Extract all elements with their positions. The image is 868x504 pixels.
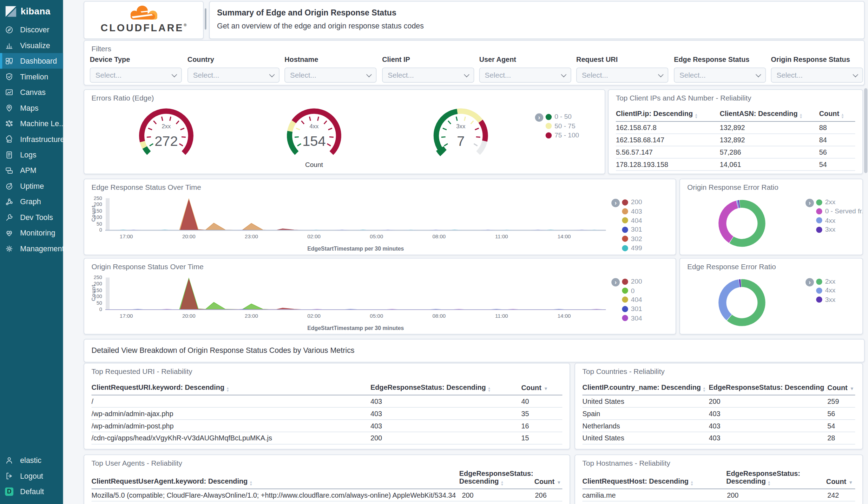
select-placeholder: Select... [485,71,511,79]
sidebar-item-machine-le[interactable]: Machine Le... [0,116,63,131]
donut-slice-2xx[interactable] [731,204,761,243]
table-cell: 5.56.57.147 [616,146,720,158]
column-header-count[interactable]: Count▼ [534,478,563,486]
sidebar-item-dashboard[interactable]: Dashboard [0,53,63,69]
filter-select-request-uri[interactable]: Select... [576,67,668,83]
filter-select-country[interactable]: Select... [188,67,280,83]
legend-expand-icon[interactable]: › [805,278,814,286]
column-header-edgeresponsestatus-descending[interactable]: EdgeResponseStatus: Descending▲▼ [459,470,534,486]
column-header-clientasn-descending[interactable]: ClientASN: Descending▲▼ [720,110,819,118]
default-space-badge: D [5,487,13,496]
donut-slice-0-served-fr[interactable] [722,205,737,240]
sidebar-footer-elastic[interactable]: elastic [0,452,63,468]
origin-time-legend: ›2000404301304 [611,277,642,323]
table-cell: 40 [521,395,562,407]
sidebar-item-label: Canvas [20,88,46,96]
column-header-edgeresponsestatus-descending[interactable]: EdgeResponseStatus: Descending▲▼ [370,383,521,392]
legend-item-2xx[interactable]: 2xx [816,277,835,286]
column-header-count[interactable]: Count▼ [826,478,855,486]
filter-select-client-ip[interactable]: Select... [382,67,474,83]
legend-item-304[interactable]: 304 [622,314,642,323]
filter-select-device-type[interactable]: Select... [90,67,182,83]
column-header-clientip-country-name-descending[interactable]: ClientIP.country_name: Descending▲▼ [583,383,709,392]
sidebar-item-management[interactable]: Management [0,241,63,256]
legend-item-0[interactable]: 0 [622,286,642,295]
column-header-edgeresponsestatus-descending[interactable]: EdgeResponseStatus: Descending▲▼ [726,470,826,486]
sidebar-footer-default[interactable]: DDefault [0,484,63,499]
sidebar-item-dev-tools[interactable]: Dev Tools [0,209,63,225]
panel-divider[interactable] [205,8,206,30]
dashboard-title: Summary of Edge and Origin Response Stat… [217,8,864,17]
legend-item-301[interactable]: 301 [622,225,642,234]
legend-item-403[interactable]: 403 [622,207,642,216]
column-header-clientrequesthost-descending[interactable]: ClientRequestHost: Descending▲▼ [583,477,726,486]
sidebar-item-canvas[interactable]: Canvas [0,84,63,100]
filter-select-edge-response-status[interactable]: Select... [674,67,766,83]
sidebar-item-timelion[interactable]: Timelion [0,69,63,84]
sidebar-item-apm[interactable]: APM [0,162,63,178]
sidebar-item-visualize[interactable]: Visualize [0,37,63,53]
scrollbar-thumb[interactable] [864,88,868,173]
legend-item-3xx[interactable]: 3xx [816,225,863,234]
series-200 [105,279,606,309]
edge-error-ratio-donut [709,272,776,334]
legend-expand-icon[interactable]: › [805,199,814,207]
filter-select-origin-response-status[interactable]: Select... [771,67,863,83]
sidebar-footer-logout[interactable]: Logout [0,468,63,483]
legend-item-301[interactable]: 301 [622,304,642,314]
legend-expand-icon[interactable]: › [611,278,620,286]
column-header-clientrequesturi-keyword-descending[interactable]: ClientRequestURI.keyword: Descending▲▼ [92,383,370,392]
column-header-edgeresponsestatus-descending[interactable]: EdgeResponseStatus: Descending▲▼ [709,383,828,392]
table-row: 162.158.68.147132,89284 [616,134,855,146]
legend-item-3xx[interactable]: 3xx [816,295,835,304]
donut-slice-4xx[interactable] [722,283,739,317]
legend-item-404[interactable]: 404 [622,295,642,304]
sidebar-item-maps[interactable]: Maps [0,100,63,115]
legend-item-4xx[interactable]: 4xx [816,286,835,295]
table-cell: 56 [819,146,855,158]
column-header-clientip-ip-descending[interactable]: ClientIP.ip: Descending▲▼ [616,110,720,118]
donut-slice-4xx[interactable] [737,204,738,205]
legend-item-200[interactable]: 200 [622,198,642,207]
column-header-count[interactable]: Count▼ [521,384,562,392]
legend-item-75-100[interactable]: 75 - 100 [546,131,579,140]
select-placeholder: Select... [679,71,706,79]
legend-dot [546,114,552,120]
legend-item-302[interactable]: 302 [622,234,642,244]
select-placeholder: Select... [582,71,608,79]
sidebar-item-discover[interactable]: Discover [0,22,63,37]
legend-item-4xx[interactable]: 4xx [816,216,863,225]
legend-item-499[interactable]: 499 [622,244,642,253]
legend-expand-icon[interactable]: › [611,199,620,207]
table-cell: 403 [370,395,521,407]
gauge-axis-label: Count [281,161,348,169]
legend-item-404[interactable]: 404 [622,216,642,225]
sidebar-footer: elasticLogoutDDefaultCollapse [0,452,63,504]
sidebar-item-logs[interactable]: Logs [0,147,63,162]
column-header-clientrequestuseragent-keyword-descending[interactable]: ClientRequestUserAgent.keyword: Descendi… [92,477,459,486]
sidebar-item-monitoring[interactable]: Monitoring [0,225,63,240]
legend-dot [622,227,628,233]
filter-select-user-agent[interactable]: Select... [479,67,571,83]
legend-item-200[interactable]: 200 [622,277,642,286]
legend-item-2xx[interactable]: 2xx [816,198,863,207]
sidebar-item-uptime[interactable]: Uptime [0,178,63,194]
column-header-count[interactable]: Count▼ [827,384,855,392]
legend-item-0-50[interactable]: 0 - 50 [546,112,579,121]
sidebar-footer-collapse[interactable]: Collapse [0,499,63,504]
filter-select-hostname[interactable]: Select... [284,67,376,83]
sidebar-item-graph[interactable]: Graph [0,194,63,209]
sort-icon: ▲▼ [249,481,252,486]
page-scrollbar[interactable] [864,0,868,504]
legend-expand-icon[interactable]: › [535,114,544,122]
sidebar-nav: DiscoverVisualizeDashboardTimelionCanvas… [0,22,63,256]
legend-item-0-served-fr[interactable]: 0 - Served fr... [816,207,863,216]
sidebar-item-infrastructure[interactable]: Infrastructure [0,131,63,147]
column-header-count[interactable]: Count▲▼ [819,110,855,118]
kibana-logo-icon [5,6,17,17]
series-0 [105,278,606,309]
filters-panel: Filters Device TypeSelect...CountrySelec… [84,40,864,85]
legend-item-50-75[interactable]: 50 - 75 [546,122,579,131]
logout-icon [5,472,13,480]
kibana-logo[interactable]: kibana [0,0,63,22]
